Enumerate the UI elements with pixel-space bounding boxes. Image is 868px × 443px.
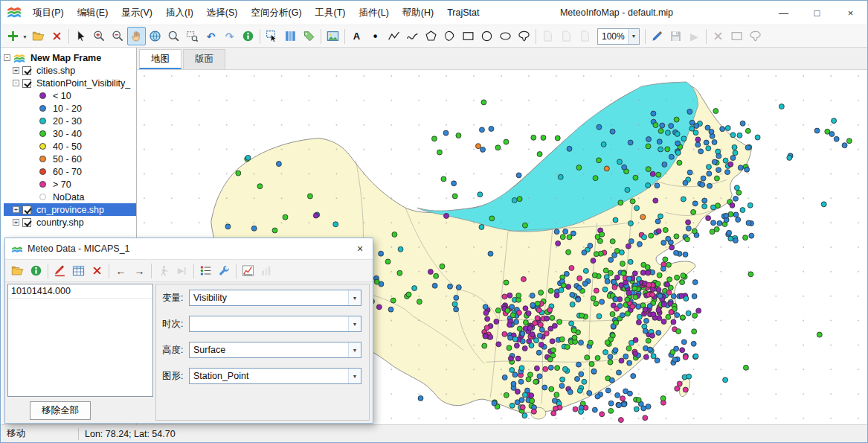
menu-item-selection[interactable]: 选择(S) [200,1,245,25]
menu-item-tools[interactable]: 工具(T) [309,1,353,25]
menu-item-plugins[interactable]: 插件(L) [353,1,396,25]
edit-save-button[interactable] [557,27,576,45]
legend-class-30-40[interactable]: 30 - 40 [4,127,136,140]
draw-map-button[interactable] [51,261,69,280]
zoom-to-layer-button[interactable] [164,27,183,45]
run-script-button[interactable]: ▶ [685,27,704,45]
data-table-button[interactable] [69,261,88,280]
menu-item-edit[interactable]: 编辑(E) [71,1,115,25]
chevron-down-icon[interactable]: ▼ [628,29,639,44]
zoom-level-combo[interactable]: 100%▼ [597,28,640,45]
menu-item-insert[interactable]: 插入(I) [159,1,200,25]
tree-expander[interactable]: - [4,54,10,61]
save-project-button[interactable] [666,27,685,45]
legend-settings-button[interactable] [196,261,215,280]
edit-cut-button[interactable] [709,27,727,45]
chevron-down-icon[interactable]: ▼ [22,34,28,39]
add-layer-button[interactable]: ▼ [4,27,22,45]
tree-expander[interactable]: + [13,67,19,74]
zoom-in-tool[interactable] [90,27,109,45]
legend-class-nodata[interactable]: NoData [4,191,136,203]
next-time-button[interactable]: → [130,261,149,280]
tree-expander[interactable]: + [13,219,19,226]
point-tool[interactable]: • [366,27,385,45]
select-tool[interactable] [71,27,90,45]
chevron-down-icon[interactable]: ▼ [348,342,361,357]
legend-class-40-50[interactable]: 40 - 50 [4,140,136,153]
insert-image-button[interactable] [324,27,342,45]
menu-item-trajstat[interactable]: TrajStat [440,1,486,25]
settings-button[interactable] [215,261,234,280]
layer-node-cn-province-shp[interactable]: +cn_province.shp [4,203,136,216]
legend-class-60-70[interactable]: 60 - 70 [4,165,136,178]
layer-node-country-shp[interactable]: +country.shp [4,216,136,229]
menu-item-spatial-analysis[interactable]: 空间分析(G) [245,1,309,25]
data-file-list[interactable]: 10101414.000 [7,284,153,397]
remove-all-button[interactable]: 移除全部 [30,401,91,420]
open-data-button[interactable] [8,261,27,280]
edit-start-button[interactable] [539,27,557,45]
edit-vertex-button[interactable] [576,27,594,45]
map-frame-node[interactable]: -New Map Frame [4,51,136,64]
polyline-tool[interactable] [385,27,403,45]
minimize-button[interactable]: — [767,1,800,25]
freehand-tool[interactable] [515,27,533,45]
remove-data-button[interactable] [88,261,106,280]
layer-node-cities-shp[interactable]: +cities.shp [4,64,136,77]
label-button[interactable] [300,27,318,45]
legend-class-10[interactable]: < 10 [4,89,136,102]
zoom-rectangle-tool[interactable] [183,27,202,45]
text-tool[interactable]: A [347,27,366,45]
layer-node-stationpoint-visibility[interactable]: -StationPoint_Visibility_ [4,77,136,89]
field-combo-graph[interactable]: Station_Point▼ [189,368,361,384]
layer-visibility-checkbox[interactable] [22,66,31,75]
curve-polygon-tool[interactable] [440,27,459,45]
dialog-title-bar[interactable]: Meteo Data - MICAPS_1 × [5,238,373,260]
tree-expander[interactable]: + [13,206,19,213]
chevron-down-icon[interactable]: ▼ [348,290,361,305]
tab-layout[interactable]: 版面 [183,49,225,69]
layer-visibility-checkbox[interactable] [22,205,31,214]
menu-item-project[interactable]: 项目(P) [26,1,71,25]
maximize-button[interactable]: □ [800,1,834,25]
identify-tool[interactable] [239,27,257,45]
chevron-down-icon[interactable]: ▼ [348,369,361,383]
pan-tool[interactable] [127,27,146,45]
field-combo-time[interactable]: ▼ [189,316,361,332]
menu-item-view[interactable]: 显示(V) [115,1,159,25]
full-extent-button[interactable] [146,27,164,45]
data-info-button[interactable] [27,261,45,280]
zoom-out-tool[interactable] [109,27,127,45]
edit-rectangle-button[interactable] [727,27,746,45]
step-button[interactable]: ▶| [173,261,191,280]
zoom-next-button[interactable]: ↷ [220,27,239,45]
tab-map[interactable]: 地图 [139,49,181,69]
select-by-rectangle-tool[interactable] [263,27,281,45]
legend-class-70[interactable]: > 70 [4,178,136,191]
ellipse-tool[interactable] [496,27,515,45]
chart-line-button[interactable] [239,261,257,280]
chart-bar-button[interactable] [257,261,276,280]
close-button[interactable]: × [834,1,867,25]
field-combo-variable[interactable]: Visibility▼ [189,290,361,306]
previous-time-button[interactable]: ← [112,261,130,280]
legend-class-50-60[interactable]: 50 - 60 [4,153,136,165]
legend-class-20-30[interactable]: 20 - 30 [4,115,136,127]
edit-lasso-button[interactable] [746,27,765,45]
layer-visibility-checkbox[interactable] [22,218,31,227]
tree-expander[interactable]: - [13,80,19,86]
curve-tool[interactable] [403,27,422,45]
layer-visibility-checkbox[interactable] [22,79,31,88]
edit-tool[interactable] [648,27,666,45]
menu-item-help[interactable]: 帮助(H) [396,1,440,25]
rectangle-tool[interactable] [459,27,478,45]
remove-layers-button[interactable] [48,27,66,45]
zoom-previous-button[interactable]: ↶ [202,27,220,45]
data-file-item[interactable]: 10101414.000 [8,284,152,299]
polygon-tool[interactable] [422,27,440,45]
animate-button[interactable] [154,261,173,280]
dialog-close-button[interactable]: × [347,238,373,259]
chevron-down-icon[interactable]: ▼ [348,316,361,331]
legend-class-10-20[interactable]: 10 - 20 [4,102,136,115]
attribute-table-button[interactable] [281,27,300,45]
